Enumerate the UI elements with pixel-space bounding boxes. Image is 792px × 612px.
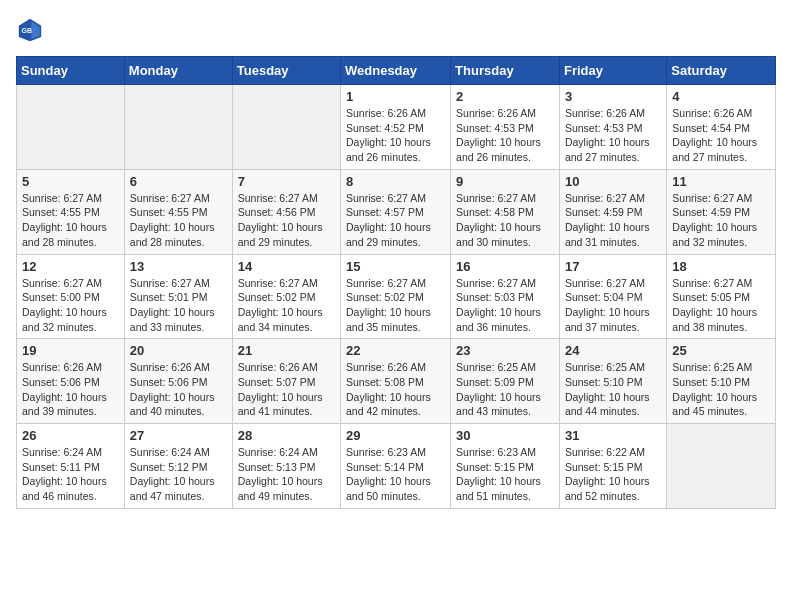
day-info: Sunrise: 6:25 AMSunset: 5:09 PMDaylight:… bbox=[456, 360, 554, 419]
calendar-week-row: 1Sunrise: 6:26 AMSunset: 4:52 PMDaylight… bbox=[17, 85, 776, 170]
calendar-cell: 16Sunrise: 6:27 AMSunset: 5:03 PMDayligh… bbox=[451, 254, 560, 339]
col-header-friday: Friday bbox=[559, 57, 666, 85]
day-number: 20 bbox=[130, 343, 227, 358]
calendar-cell: 31Sunrise: 6:22 AMSunset: 5:15 PMDayligh… bbox=[559, 424, 666, 509]
day-info: Sunrise: 6:26 AMSunset: 5:06 PMDaylight:… bbox=[22, 360, 119, 419]
calendar-cell: 14Sunrise: 6:27 AMSunset: 5:02 PMDayligh… bbox=[232, 254, 340, 339]
day-number: 28 bbox=[238, 428, 335, 443]
calendar-cell: 30Sunrise: 6:23 AMSunset: 5:15 PMDayligh… bbox=[451, 424, 560, 509]
calendar-cell: 5Sunrise: 6:27 AMSunset: 4:55 PMDaylight… bbox=[17, 169, 125, 254]
col-header-wednesday: Wednesday bbox=[341, 57, 451, 85]
col-header-sunday: Sunday bbox=[17, 57, 125, 85]
day-number: 26 bbox=[22, 428, 119, 443]
day-info: Sunrise: 6:27 AMSunset: 5:02 PMDaylight:… bbox=[238, 276, 335, 335]
calendar-cell: 21Sunrise: 6:26 AMSunset: 5:07 PMDayligh… bbox=[232, 339, 340, 424]
day-info: Sunrise: 6:26 AMSunset: 4:53 PMDaylight:… bbox=[456, 106, 554, 165]
day-info: Sunrise: 6:22 AMSunset: 5:15 PMDaylight:… bbox=[565, 445, 661, 504]
day-number: 12 bbox=[22, 259, 119, 274]
col-header-thursday: Thursday bbox=[451, 57, 560, 85]
calendar-cell: 13Sunrise: 6:27 AMSunset: 5:01 PMDayligh… bbox=[124, 254, 232, 339]
calendar-cell: 24Sunrise: 6:25 AMSunset: 5:10 PMDayligh… bbox=[559, 339, 666, 424]
calendar-cell: 27Sunrise: 6:24 AMSunset: 5:12 PMDayligh… bbox=[124, 424, 232, 509]
day-number: 29 bbox=[346, 428, 445, 443]
day-info: Sunrise: 6:26 AMSunset: 4:52 PMDaylight:… bbox=[346, 106, 445, 165]
day-info: Sunrise: 6:27 AMSunset: 4:59 PMDaylight:… bbox=[672, 191, 770, 250]
calendar-cell: 6Sunrise: 6:27 AMSunset: 4:55 PMDaylight… bbox=[124, 169, 232, 254]
logo: GB bbox=[16, 16, 48, 44]
calendar-cell: 7Sunrise: 6:27 AMSunset: 4:56 PMDaylight… bbox=[232, 169, 340, 254]
calendar-cell bbox=[124, 85, 232, 170]
day-number: 11 bbox=[672, 174, 770, 189]
day-info: Sunrise: 6:26 AMSunset: 5:06 PMDaylight:… bbox=[130, 360, 227, 419]
day-info: Sunrise: 6:27 AMSunset: 4:55 PMDaylight:… bbox=[130, 191, 227, 250]
calendar-cell bbox=[232, 85, 340, 170]
day-info: Sunrise: 6:26 AMSunset: 5:08 PMDaylight:… bbox=[346, 360, 445, 419]
day-info: Sunrise: 6:25 AMSunset: 5:10 PMDaylight:… bbox=[672, 360, 770, 419]
col-header-tuesday: Tuesday bbox=[232, 57, 340, 85]
day-info: Sunrise: 6:27 AMSunset: 5:04 PMDaylight:… bbox=[565, 276, 661, 335]
day-number: 1 bbox=[346, 89, 445, 104]
generalblue-logo-icon: GB bbox=[16, 16, 44, 44]
calendar-header-row: SundayMondayTuesdayWednesdayThursdayFrid… bbox=[17, 57, 776, 85]
day-number: 3 bbox=[565, 89, 661, 104]
calendar-cell: 28Sunrise: 6:24 AMSunset: 5:13 PMDayligh… bbox=[232, 424, 340, 509]
day-info: Sunrise: 6:26 AMSunset: 4:54 PMDaylight:… bbox=[672, 106, 770, 165]
calendar-cell: 12Sunrise: 6:27 AMSunset: 5:00 PMDayligh… bbox=[17, 254, 125, 339]
page-header: GB bbox=[16, 16, 776, 44]
day-number: 10 bbox=[565, 174, 661, 189]
col-header-saturday: Saturday bbox=[667, 57, 776, 85]
calendar-cell: 17Sunrise: 6:27 AMSunset: 5:04 PMDayligh… bbox=[559, 254, 666, 339]
calendar-cell: 26Sunrise: 6:24 AMSunset: 5:11 PMDayligh… bbox=[17, 424, 125, 509]
day-info: Sunrise: 6:24 AMSunset: 5:12 PMDaylight:… bbox=[130, 445, 227, 504]
calendar-cell: 18Sunrise: 6:27 AMSunset: 5:05 PMDayligh… bbox=[667, 254, 776, 339]
day-number: 17 bbox=[565, 259, 661, 274]
day-number: 16 bbox=[456, 259, 554, 274]
calendar-cell: 8Sunrise: 6:27 AMSunset: 4:57 PMDaylight… bbox=[341, 169, 451, 254]
day-number: 22 bbox=[346, 343, 445, 358]
day-number: 8 bbox=[346, 174, 445, 189]
day-number: 31 bbox=[565, 428, 661, 443]
svg-text:GB: GB bbox=[22, 27, 32, 34]
day-number: 21 bbox=[238, 343, 335, 358]
calendar-cell: 20Sunrise: 6:26 AMSunset: 5:06 PMDayligh… bbox=[124, 339, 232, 424]
calendar-cell: 10Sunrise: 6:27 AMSunset: 4:59 PMDayligh… bbox=[559, 169, 666, 254]
day-info: Sunrise: 6:27 AMSunset: 5:05 PMDaylight:… bbox=[672, 276, 770, 335]
day-info: Sunrise: 6:24 AMSunset: 5:13 PMDaylight:… bbox=[238, 445, 335, 504]
day-info: Sunrise: 6:24 AMSunset: 5:11 PMDaylight:… bbox=[22, 445, 119, 504]
day-info: Sunrise: 6:27 AMSunset: 5:00 PMDaylight:… bbox=[22, 276, 119, 335]
calendar-week-row: 19Sunrise: 6:26 AMSunset: 5:06 PMDayligh… bbox=[17, 339, 776, 424]
day-number: 27 bbox=[130, 428, 227, 443]
day-number: 4 bbox=[672, 89, 770, 104]
day-number: 9 bbox=[456, 174, 554, 189]
day-info: Sunrise: 6:27 AMSunset: 4:56 PMDaylight:… bbox=[238, 191, 335, 250]
calendar-cell: 3Sunrise: 6:26 AMSunset: 4:53 PMDaylight… bbox=[559, 85, 666, 170]
day-number: 18 bbox=[672, 259, 770, 274]
day-number: 7 bbox=[238, 174, 335, 189]
day-info: Sunrise: 6:25 AMSunset: 5:10 PMDaylight:… bbox=[565, 360, 661, 419]
day-info: Sunrise: 6:27 AMSunset: 4:55 PMDaylight:… bbox=[22, 191, 119, 250]
day-number: 19 bbox=[22, 343, 119, 358]
calendar-cell: 11Sunrise: 6:27 AMSunset: 4:59 PMDayligh… bbox=[667, 169, 776, 254]
calendar-cell bbox=[17, 85, 125, 170]
calendar-cell: 23Sunrise: 6:25 AMSunset: 5:09 PMDayligh… bbox=[451, 339, 560, 424]
calendar-week-row: 5Sunrise: 6:27 AMSunset: 4:55 PMDaylight… bbox=[17, 169, 776, 254]
col-header-monday: Monday bbox=[124, 57, 232, 85]
day-info: Sunrise: 6:27 AMSunset: 5:01 PMDaylight:… bbox=[130, 276, 227, 335]
day-number: 14 bbox=[238, 259, 335, 274]
day-info: Sunrise: 6:23 AMSunset: 5:14 PMDaylight:… bbox=[346, 445, 445, 504]
day-number: 15 bbox=[346, 259, 445, 274]
day-number: 5 bbox=[22, 174, 119, 189]
day-info: Sunrise: 6:27 AMSunset: 5:03 PMDaylight:… bbox=[456, 276, 554, 335]
day-info: Sunrise: 6:27 AMSunset: 4:57 PMDaylight:… bbox=[346, 191, 445, 250]
day-number: 24 bbox=[565, 343, 661, 358]
calendar-cell: 4Sunrise: 6:26 AMSunset: 4:54 PMDaylight… bbox=[667, 85, 776, 170]
day-info: Sunrise: 6:26 AMSunset: 4:53 PMDaylight:… bbox=[565, 106, 661, 165]
day-number: 6 bbox=[130, 174, 227, 189]
day-number: 23 bbox=[456, 343, 554, 358]
calendar-cell: 25Sunrise: 6:25 AMSunset: 5:10 PMDayligh… bbox=[667, 339, 776, 424]
day-info: Sunrise: 6:26 AMSunset: 5:07 PMDaylight:… bbox=[238, 360, 335, 419]
day-info: Sunrise: 6:23 AMSunset: 5:15 PMDaylight:… bbox=[456, 445, 554, 504]
day-number: 2 bbox=[456, 89, 554, 104]
day-info: Sunrise: 6:27 AMSunset: 4:59 PMDaylight:… bbox=[565, 191, 661, 250]
calendar-cell: 15Sunrise: 6:27 AMSunset: 5:02 PMDayligh… bbox=[341, 254, 451, 339]
